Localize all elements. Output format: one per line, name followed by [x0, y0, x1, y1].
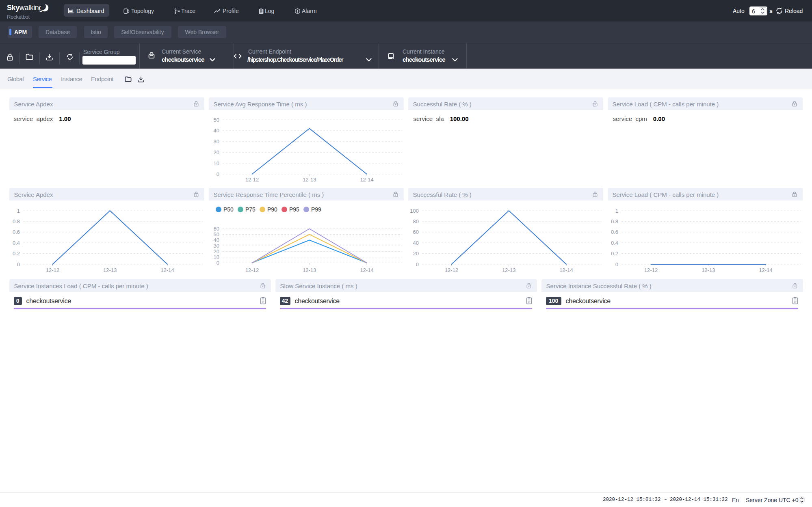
svg-text:0.4: 0.4	[13, 240, 20, 246]
svg-text:12-12: 12-12	[45, 267, 59, 273]
svg-text:30: 30	[213, 243, 219, 249]
svg-text:10: 10	[213, 254, 219, 260]
svg-text:12-12: 12-12	[444, 267, 458, 273]
svg-text:0: 0	[17, 261, 19, 268]
svg-text:12-13: 12-13	[103, 267, 117, 273]
svg-text:30: 30	[213, 138, 219, 145]
svg-text:12-14: 12-14	[360, 267, 373, 273]
svg-text:12-14: 12-14	[759, 267, 772, 273]
svg-text:12-13: 12-13	[502, 267, 515, 273]
svg-text:0: 0	[416, 261, 418, 268]
svg-text:0: 0	[615, 261, 618, 268]
svg-text:40: 40	[213, 237, 219, 243]
svg-text:12-12: 12-12	[245, 177, 258, 183]
svg-text:1: 1	[615, 208, 618, 214]
svg-text:0.8: 0.8	[611, 218, 618, 224]
svg-text:50: 50	[213, 117, 219, 123]
svg-text:80: 80	[413, 218, 418, 224]
svg-text:60: 60	[213, 226, 219, 232]
svg-text:12-14: 12-14	[559, 267, 573, 273]
svg-text:0.6: 0.6	[611, 229, 618, 235]
svg-text:0.4: 0.4	[611, 240, 618, 246]
svg-text:20: 20	[213, 149, 219, 155]
svg-text:50: 50	[213, 231, 219, 237]
svg-text:12-12: 12-12	[245, 267, 258, 273]
svg-text:40: 40	[213, 127, 219, 134]
svg-text:20: 20	[413, 250, 418, 257]
svg-text:12-14: 12-14	[160, 267, 174, 273]
svg-text:12-14: 12-14	[360, 177, 373, 183]
svg-text:0: 0	[216, 260, 219, 266]
svg-text:12-13: 12-13	[702, 267, 715, 273]
svg-text:60: 60	[413, 229, 418, 235]
svg-text:0.2: 0.2	[611, 250, 618, 257]
svg-text:100: 100	[410, 208, 419, 214]
svg-text:12-12: 12-12	[644, 267, 657, 273]
svg-text:10: 10	[213, 160, 219, 166]
svg-text:20: 20	[213, 248, 219, 255]
svg-text:0: 0	[216, 171, 219, 177]
svg-text:12-13: 12-13	[303, 267, 316, 273]
svg-text:0.8: 0.8	[13, 218, 20, 224]
svg-text:12-13: 12-13	[303, 177, 316, 183]
svg-text:40: 40	[413, 240, 418, 246]
svg-text:0.2: 0.2	[13, 250, 20, 257]
svg-text:0.6: 0.6	[13, 229, 20, 235]
svg-text:1: 1	[17, 208, 19, 214]
